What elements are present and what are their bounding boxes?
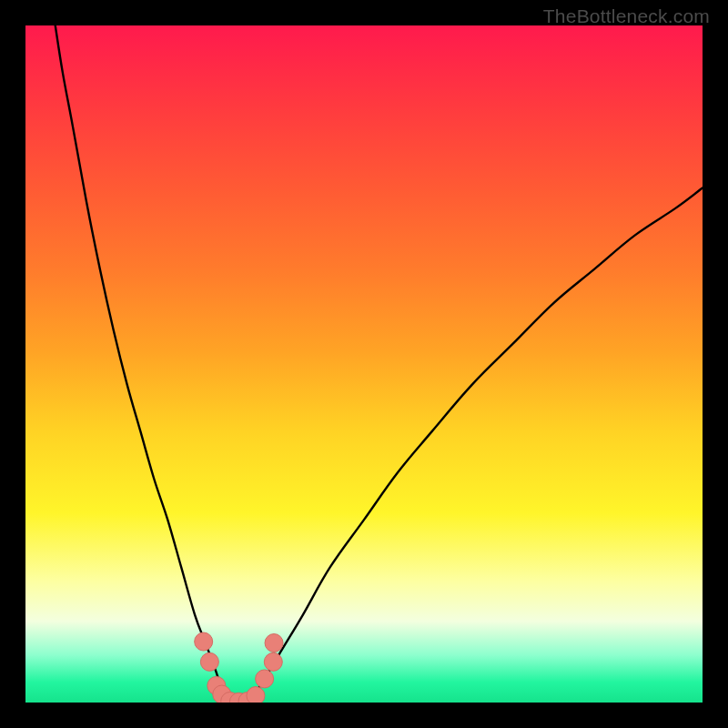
data-markers bbox=[195, 632, 283, 703]
data-marker bbox=[265, 634, 283, 652]
marker-layer bbox=[25, 25, 703, 703]
chart-frame: TheBottleneck.com bbox=[0, 0, 728, 728]
data-marker bbox=[200, 652, 218, 671]
watermark-text: TheBottleneck.com bbox=[543, 5, 710, 27]
data-marker bbox=[195, 632, 213, 651]
data-marker bbox=[264, 652, 282, 671]
data-marker bbox=[256, 670, 274, 688]
plot-area bbox=[25, 25, 703, 703]
data-marker bbox=[247, 687, 265, 703]
